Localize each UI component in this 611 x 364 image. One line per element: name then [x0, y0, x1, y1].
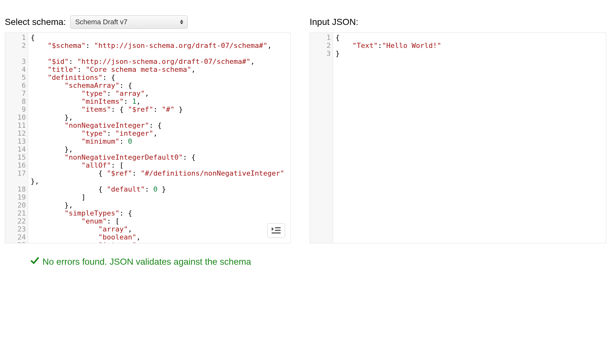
schema-editor-code[interactable]: { "$schema": "http://json-schema.org/dra… — [28, 33, 290, 243]
validation-status: No errors found. JSON validates against … — [30, 256, 611, 267]
schema-select[interactable]: Schema Draft v7 — [70, 15, 188, 29]
format-indent-button[interactable] — [267, 223, 285, 238]
svg-rect-0 — [275, 227, 281, 229]
input-json-editor[interactable]: 123 { "Text":"Hello World!"} — [310, 33, 606, 243]
status-message: No errors found. JSON validates against … — [42, 257, 251, 267]
schema-select-label: Select schema: — [5, 17, 66, 27]
svg-rect-2 — [272, 232, 281, 234]
input-json-gutter: 123 — [310, 33, 333, 243]
indent-icon — [272, 227, 281, 234]
input-json-code[interactable]: { "Text":"Hello World!"} — [333, 33, 606, 243]
schema-select-value: Schema Draft v7 — [75, 18, 127, 26]
schema-editor-gutter: 1234567891011121314151617181920212223242… — [5, 33, 28, 243]
svg-rect-1 — [275, 230, 281, 231]
schema-editor[interactable]: 1234567891011121314151617181920212223242… — [5, 33, 290, 243]
check-icon — [30, 256, 39, 267]
input-json-label: Input JSON: — [310, 17, 358, 27]
